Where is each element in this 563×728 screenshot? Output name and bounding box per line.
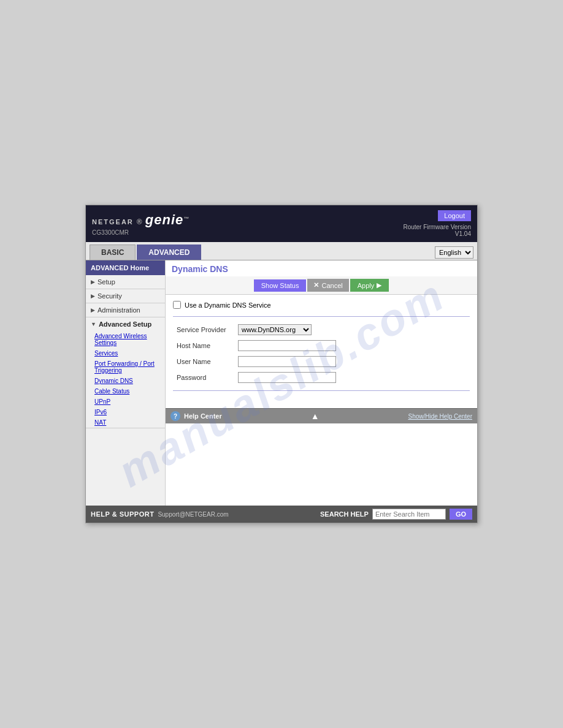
- show-hide-help[interactable]: Show/Hide Help Center: [408, 413, 472, 420]
- password-row: Password: [173, 370, 470, 385]
- apply-arrow-icon: ▶: [377, 281, 381, 289]
- password-label: Password: [173, 370, 234, 385]
- host-name-row: Host Name: [173, 338, 470, 354]
- firmware-version: V1.04: [455, 230, 471, 237]
- sidebar-section-setup: ▶ Setup: [86, 275, 165, 289]
- tab-advanced[interactable]: ADVANCED: [137, 245, 201, 260]
- help-center-left: ? Help Center: [170, 411, 222, 421]
- user-name-label: User Name: [173, 354, 234, 370]
- user-name-input[interactable]: [238, 356, 336, 367]
- apply-label: Apply: [358, 282, 375, 289]
- model-name: CG3300CMR: [92, 229, 190, 236]
- form-divider-top: [173, 316, 470, 317]
- footer-right: SEARCH HELP GO: [320, 509, 472, 520]
- use-dns-checkbox[interactable]: [173, 301, 181, 309]
- firmware-info: Router Firmware Version V1.04: [403, 224, 471, 237]
- sidebar-advanced-setup-label: Advanced Setup: [99, 320, 151, 328]
- sidebar: ADVANCED Home ▶ Setup ▶ Security ▶: [86, 260, 166, 506]
- logout-button[interactable]: Logout: [438, 210, 471, 221]
- sidebar-sub-nat[interactable]: NAT: [86, 417, 165, 428]
- firmware-label: Router Firmware Version: [403, 224, 471, 230]
- sidebar-item-administration[interactable]: ▶ Administration: [86, 303, 165, 317]
- service-provider-cell: www.DynDNS.org www.TZO.com: [234, 322, 470, 338]
- sidebar-item-security[interactable]: ▶ Security: [86, 289, 165, 303]
- sidebar-section-security: ▶ Security: [86, 289, 165, 303]
- nav-tabs: BASIC ADVANCED English: [86, 242, 477, 260]
- arrow-icon-4: ▼: [91, 321, 96, 327]
- genie-text: genie: [145, 212, 183, 227]
- host-name-cell: [234, 338, 470, 354]
- sidebar-sub-ipv6[interactable]: IPv6: [86, 407, 165, 417]
- use-dns-row: Use a Dynamic DNS Service: [173, 301, 470, 309]
- service-provider-label: Service Provider: [173, 322, 234, 338]
- password-cell: [234, 370, 470, 385]
- sidebar-item-advanced-setup[interactable]: ▼ Advanced Setup: [86, 317, 165, 331]
- show-status-button[interactable]: Show Status: [254, 279, 307, 292]
- service-provider-row: Service Provider www.DynDNS.org www.TZO.…: [173, 322, 470, 338]
- form-divider-bottom: [173, 390, 470, 391]
- brand-area: NETGEAR ® genie™ CG3300CMR: [92, 212, 190, 236]
- brand-logo: NETGEAR ® genie™: [92, 212, 190, 228]
- go-button[interactable]: GO: [450, 509, 472, 520]
- host-name-input[interactable]: [238, 340, 336, 351]
- action-bar: Show Status ✕ Cancel Apply ▶: [166, 276, 477, 295]
- support-email[interactable]: Support@NETGEAR.com: [158, 511, 228, 518]
- help-center: ? Help Center ▲ Show/Hide Help Center: [166, 408, 477, 423]
- tab-group: BASIC ADVANCED: [90, 245, 201, 260]
- sidebar-sub-upnp[interactable]: UPnP: [86, 396, 165, 407]
- sidebar-sub-port-forwarding[interactable]: Port Forwarding / Port Triggering: [86, 358, 165, 376]
- main-content: manualslib.com ADVANCED Home ▶ Setup ▶ S…: [86, 260, 477, 506]
- footer-left: HELP & SUPPORT Support@NETGEAR.com: [91, 510, 229, 518]
- x-icon: ✕: [313, 281, 319, 289]
- tm-text: ™: [183, 216, 190, 222]
- sidebar-sub-services[interactable]: Services: [86, 348, 165, 358]
- cancel-label: Cancel: [321, 282, 342, 289]
- sidebar-sub-cable-status[interactable]: Cable Status: [86, 386, 165, 396]
- form-table: Service Provider www.DynDNS.org www.TZO.…: [173, 322, 470, 385]
- search-input[interactable]: [372, 509, 446, 520]
- arrow-icon-2: ▶: [91, 293, 95, 299]
- cancel-button[interactable]: ✕ Cancel: [307, 279, 348, 292]
- sidebar-administration-label: Administration: [98, 306, 140, 314]
- service-provider-select[interactable]: www.DynDNS.org www.TZO.com: [238, 324, 312, 335]
- host-name-label: Host Name: [173, 338, 234, 354]
- arrow-icon-3: ▶: [91, 307, 95, 313]
- page-title: Dynamic DNS: [166, 260, 477, 276]
- content-area: Dynamic DNS Show Status ✕ Cancel Apply ▶: [166, 260, 477, 506]
- netgear-text: NETGEAR: [92, 218, 134, 226]
- arrow-icon: ▶: [91, 279, 95, 285]
- help-center-arrow-icon[interactable]: ▲: [311, 411, 320, 421]
- apply-button[interactable]: Apply ▶: [350, 279, 389, 292]
- use-dns-label: Use a Dynamic DNS Service: [185, 301, 271, 309]
- password-input[interactable]: [238, 372, 336, 383]
- footer: HELP & SUPPORT Support@NETGEAR.com SEARC…: [86, 506, 477, 523]
- tab-basic[interactable]: BASIC: [90, 245, 136, 260]
- sidebar-setup-label: Setup: [98, 278, 115, 286]
- user-name-cell: [234, 354, 470, 370]
- search-help-label: SEARCH HELP: [320, 510, 369, 518]
- language-select[interactable]: English: [435, 246, 473, 259]
- form-area: Use a Dynamic DNS Service Service Provid…: [166, 295, 477, 402]
- sidebar-section-administration: ▶ Administration: [86, 303, 165, 317]
- sidebar-section-advanced-setup: ▼ Advanced Setup Advanced Wireless Setti…: [86, 317, 165, 428]
- header-right: Logout Router Firmware Version V1.04: [403, 210, 471, 237]
- help-icon: ?: [170, 411, 180, 421]
- help-center-label: Help Center: [184, 412, 222, 420]
- sidebar-sub-advanced-wireless[interactable]: Advanced Wireless Settings: [86, 331, 165, 348]
- sidebar-security-label: Security: [98, 292, 122, 300]
- sidebar-item-setup[interactable]: ▶ Setup: [86, 275, 165, 289]
- header: NETGEAR ® genie™ CG3300CMR Logout Router…: [86, 205, 477, 242]
- sidebar-home[interactable]: ADVANCED Home: [86, 260, 165, 275]
- help-support-label: HELP & SUPPORT: [91, 510, 154, 518]
- user-name-row: User Name: [173, 354, 470, 370]
- sidebar-sub-dynamic-dns[interactable]: Dynamic DNS: [86, 376, 165, 386]
